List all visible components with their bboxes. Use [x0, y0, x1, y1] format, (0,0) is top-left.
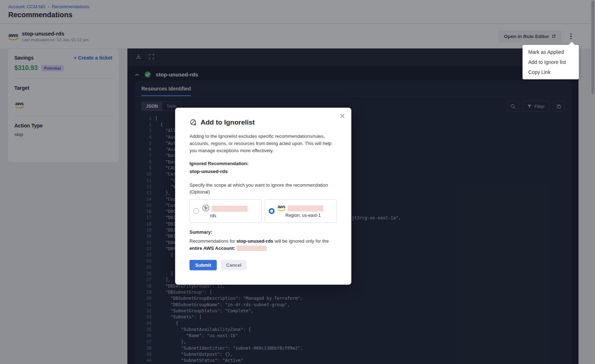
summary-label: Summary:: [189, 229, 337, 235]
scope-option-account[interactable]: aws Region: us-east-1: [265, 199, 337, 223]
redacted-resource-name: [212, 206, 248, 212]
summary-text: Recommendations for stop-unused-rds will…: [189, 238, 337, 252]
scope-label: Specify the scope at which you want to i…: [189, 182, 337, 196]
ignore-icon: [189, 119, 197, 126]
custodian-policy-icon: [202, 204, 210, 212]
resource-radio[interactable]: [193, 208, 199, 214]
add-to-ignorelist-modal: Add to Ignorelist Adding to the Ignoreli…: [175, 108, 351, 285]
modal-title: Add to Ignorelist: [201, 118, 255, 126]
ignored-recommendation-label: Ignored Recommendation:: [189, 161, 337, 166]
account-option-label: Region: us-east-1: [285, 213, 323, 218]
redacted-account-id: [287, 205, 323, 211]
option-aws-logo: aws: [277, 205, 285, 211]
resource-option-label: rds: [210, 213, 248, 218]
close-icon[interactable]: [340, 113, 345, 120]
scope-option-resource[interactable]: rds: [189, 199, 262, 223]
context-menu-item[interactable]: Add to Ignore list: [523, 57, 579, 67]
context-menu-item[interactable]: Mark as Applied: [523, 47, 579, 57]
modal-description: Adding to the Ignorelist excludes specif…: [189, 133, 337, 154]
account-radio[interactable]: [269, 208, 275, 214]
context-menu-item[interactable]: Copy Link: [523, 67, 579, 77]
redacted-summary-account: [236, 246, 267, 251]
ignored-recommendation-value: stop-unused-rds: [189, 169, 337, 174]
submit-button[interactable]: Submit: [189, 260, 217, 270]
context-menu: Mark as Applied Add to Ignore list Copy …: [523, 45, 579, 79]
cancel-button[interactable]: Cancel: [221, 260, 247, 270]
